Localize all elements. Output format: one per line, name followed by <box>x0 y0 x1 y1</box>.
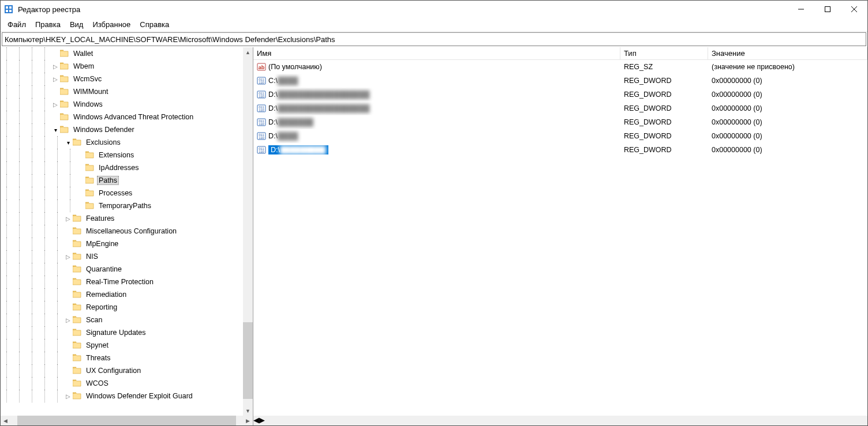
chevron-right-icon[interactable]: ▷ <box>51 98 59 111</box>
expander-none <box>77 199 85 212</box>
tree-item[interactable]: ▷Features <box>1 212 243 225</box>
tree-item-label: Signature Updates <box>84 328 148 337</box>
binary-value-icon: 011110 <box>257 76 266 85</box>
tree-item[interactable]: ▷Scan <box>1 314 243 326</box>
list-row[interactable]: ab(По умолчанию)REG_SZ(значение не присв… <box>253 60 867 74</box>
minimize-button[interactable] <box>788 1 814 18</box>
menu-file[interactable]: Файл <box>3 18 31 31</box>
tree-item[interactable]: TemporaryPaths <box>1 199 243 212</box>
list-row[interactable]: 011110D:\██████████████████REG_DWORD0x00… <box>253 101 867 115</box>
binary-value-icon: 011110 <box>257 104 266 113</box>
folder-icon <box>60 75 69 83</box>
column-value[interactable]: Значение <box>708 47 867 59</box>
tree-item[interactable]: Wallet <box>1 47 243 60</box>
menu-view[interactable]: Вид <box>65 18 88 31</box>
scroll-down-icon[interactable]: ▼ <box>243 406 253 416</box>
menu-help[interactable]: Справка <box>135 18 174 31</box>
tree-item[interactable]: MpEngine <box>1 237 243 250</box>
string-value-icon: ab <box>257 62 266 71</box>
folder-icon <box>85 202 95 210</box>
titlebar[interactable]: Редактор реестра <box>1 1 867 18</box>
folder-icon <box>73 227 82 235</box>
chevron-right-icon[interactable]: ▷ <box>64 314 72 326</box>
address-text: Компьютер\HKEY_LOCAL_MACHINE\SOFTWARE\Mi… <box>5 35 335 44</box>
expander-none <box>64 263 72 276</box>
chevron-right-icon[interactable]: ▷ <box>64 390 72 402</box>
tree-item[interactable]: IpAddresses <box>1 161 243 174</box>
tree-item[interactable]: Paths <box>1 174 243 187</box>
expander-none <box>64 377 72 390</box>
binary-value-icon: 011110 <box>257 131 266 141</box>
expander-none <box>64 288 72 301</box>
tree-item[interactable]: Extensions <box>1 149 243 161</box>
svg-text:110: 110 <box>259 81 264 84</box>
menu-edit[interactable]: Правка <box>31 18 65 31</box>
tree-horizontal-scrollbar[interactable]: ◀ ▶ <box>1 416 253 425</box>
svg-rect-3 <box>6 10 8 12</box>
expander-none <box>51 111 59 123</box>
tree-item-label: Spynet <box>84 341 110 350</box>
tree-item[interactable]: Threats <box>1 352 243 364</box>
list-header: Имя Тип Значение <box>253 47 867 60</box>
folder-icon <box>73 252 82 261</box>
chevron-right-icon[interactable]: ▷ <box>51 73 59 85</box>
tree-item[interactable]: Miscellaneous Configuration <box>1 225 243 237</box>
tree-item-label: Features <box>84 214 116 223</box>
tree-item[interactable]: ▷Windows <box>1 98 243 111</box>
folder-icon <box>73 379 82 387</box>
tree-vertical-scrollbar[interactable]: ▲ ▼ <box>243 47 253 416</box>
tree-item-label: WCOS <box>84 379 110 388</box>
list-row[interactable]: 011110C:\████REG_DWORD0x00000000 (0) <box>253 74 867 88</box>
scroll-left-icon[interactable]: ◀ <box>253 416 259 425</box>
tree-item[interactable]: WCOS <box>1 377 243 390</box>
tree-item[interactable]: UX Configuration <box>1 364 243 377</box>
menu-favorites[interactable]: Избранное <box>88 18 135 31</box>
tree-item[interactable]: ▷NIS <box>1 250 243 263</box>
list-row[interactable]: 011110D:\█████████REG_DWORD0x00000000 (0… <box>253 143 867 157</box>
value-data: 0x00000000 (0) <box>708 115 867 129</box>
tree-item[interactable]: WIMMount <box>1 85 243 98</box>
chevron-right-icon[interactable]: ▷ <box>64 250 72 263</box>
address-bar[interactable]: Компьютер\HKEY_LOCAL_MACHINE\SOFTWARE\Mi… <box>2 32 866 46</box>
tree-item[interactable]: Processes <box>1 187 243 199</box>
list-row[interactable]: 011110D:\██████████████████REG_DWORD0x00… <box>253 88 867 101</box>
tree-item[interactable]: Signature Updates <box>1 326 243 339</box>
tree-item[interactable]: ▷WcmSvc <box>1 73 243 85</box>
tree-item[interactable]: Remediation <box>1 288 243 301</box>
scroll-left-icon[interactable]: ◀ <box>1 416 10 425</box>
tree-item[interactable]: Quarantine <box>1 263 243 276</box>
chevron-right-icon[interactable]: ▷ <box>51 60 59 73</box>
list-horizontal-scrollbar[interactable]: ◀ ▶ <box>253 416 867 425</box>
column-type[interactable]: Тип <box>620 47 708 59</box>
registry-tree[interactable]: Wallet▷Wbem▷WcmSvcWIMMount▷WindowsWindow… <box>1 47 243 402</box>
chevron-down-icon[interactable]: ▾ <box>51 123 59 136</box>
tree-item[interactable]: Reporting <box>1 301 243 314</box>
values-list[interactable]: ab(По умолчанию)REG_SZ(значение не присв… <box>253 60 867 416</box>
svg-text:ab: ab <box>259 65 265 70</box>
scroll-up-icon[interactable]: ▲ <box>243 47 253 57</box>
scrollbar-thumb[interactable] <box>243 322 253 399</box>
chevron-down-icon[interactable]: ▾ <box>64 136 72 149</box>
tree-item-label: Remediation <box>84 290 128 299</box>
scroll-right-icon[interactable]: ▶ <box>243 416 253 425</box>
expander-none <box>64 276 72 288</box>
tree-item[interactable]: ▷Windows Defender Exploit Guard <box>1 390 243 402</box>
tree-item[interactable]: Spynet <box>1 339 243 352</box>
chevron-right-icon[interactable]: ▷ <box>64 212 72 225</box>
scroll-right-icon[interactable]: ▶ <box>259 416 265 425</box>
list-row[interactable]: 011110D:\███████REG_DWORD0x00000000 (0) <box>253 115 867 129</box>
tree-item-label: Processes <box>97 189 134 198</box>
scrollbar-thumb[interactable] <box>17 416 236 425</box>
tree-item[interactable]: Windows Advanced Threat Protection <box>1 111 243 123</box>
tree-item[interactable]: ▷Wbem <box>1 60 243 73</box>
tree-item[interactable]: ▾Exclusions <box>1 136 243 149</box>
tree-item[interactable]: ▾Windows Defender <box>1 123 243 136</box>
close-button[interactable] <box>841 1 867 18</box>
tree-item[interactable]: Real-Time Protection <box>1 276 243 288</box>
maximize-button[interactable] <box>814 1 841 18</box>
values-pane: Имя Тип Значение ab(По умолчанию)REG_SZ(… <box>253 47 867 425</box>
column-name[interactable]: Имя <box>253 47 620 59</box>
svg-text:110: 110 <box>259 108 264 112</box>
list-row[interactable]: 011110D:\████REG_DWORD0x00000000 (0) <box>253 129 867 143</box>
tree-item-label: IpAddresses <box>97 163 140 172</box>
